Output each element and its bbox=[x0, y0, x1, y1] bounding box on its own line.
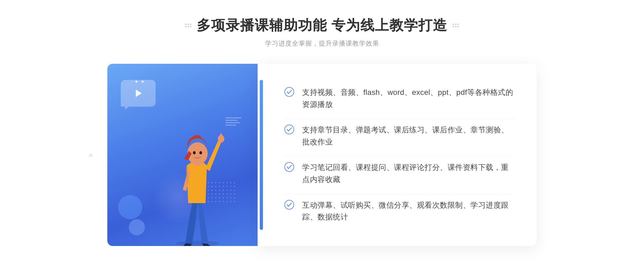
right-panel: 支持视频、音频、flash、word、excel、ppt、pdf等各种格式的资源… bbox=[258, 64, 537, 246]
svg-point-6 bbox=[285, 87, 294, 96]
svg-point-7 bbox=[285, 125, 294, 134]
feature-item-4: 互动弹幕、试听购买、微信分享、观看次数限制、学习进度跟踪、数据统计 bbox=[284, 194, 515, 229]
feature-item-3: 学习笔记回看、课程提问、课程评论打分、课件资料下载，重点内容收藏 bbox=[284, 156, 515, 191]
play-triangle-icon bbox=[136, 90, 142, 97]
deco-circle-large bbox=[118, 195, 142, 219]
svg-point-9 bbox=[285, 200, 294, 209]
header-section: 多项录播课辅助功能 专为线上教学打造 学习进度全掌握，提升录播课教学效果 bbox=[0, 16, 644, 48]
title-row: 多项录播课辅助功能 专为线上教学打造 bbox=[185, 16, 459, 35]
svg-point-4 bbox=[193, 151, 196, 154]
feature-text-1: 支持视频、音频、flash、word、excel、ppt、pdf等各种格式的资源… bbox=[302, 87, 515, 111]
left-dots-decoration bbox=[185, 24, 191, 27]
person-figure-svg bbox=[160, 112, 235, 246]
subtitle: 学习进度全掌握，提升录播课教学效果 bbox=[265, 39, 379, 48]
chevron-right-icon: » bbox=[89, 151, 93, 159]
svg-point-5 bbox=[199, 151, 202, 154]
feature-text-4: 互动弹幕、试听购买、微信分享、观看次数限制、学习进度跟踪、数据统计 bbox=[302, 199, 515, 223]
svg-point-8 bbox=[285, 162, 294, 171]
right-dots-decoration bbox=[453, 24, 459, 27]
feature-item-1: 支持视频、音频、flash、word、excel、ppt、pdf等各种格式的资源… bbox=[284, 81, 515, 116]
deco-circle-small bbox=[129, 219, 145, 235]
check-icon-1 bbox=[284, 87, 294, 97]
svg-point-0 bbox=[176, 241, 219, 246]
accent-strip bbox=[260, 80, 263, 230]
check-icon-4 bbox=[284, 200, 294, 210]
content-area: » ✦ ✦ bbox=[107, 64, 537, 246]
page-container: 多项录播课辅助功能 专为线上教学打造 学习进度全掌握，提升录播课教学效果 » ✦… bbox=[0, 0, 644, 261]
left-arrow-decoration: » bbox=[89, 151, 93, 159]
feature-item-2: 支持章节目录、弹题考试、课后练习、课后作业、章节测验、批改作业 bbox=[284, 118, 515, 154]
sparkle-decoration: ✦ ✦ bbox=[134, 79, 145, 85]
figure-illustration bbox=[160, 112, 235, 246]
main-title: 多项录播课辅助功能 专为线上教学打造 bbox=[197, 16, 447, 35]
feature-text-2: 支持章节目录、弹题考试、课后练习、课后作业、章节测验、批改作业 bbox=[302, 124, 515, 148]
feature-text-3: 学习笔记回看、课程提问、课程评论打分、课件资料下载，重点内容收藏 bbox=[302, 162, 515, 186]
check-icon-3 bbox=[284, 162, 294, 172]
check-icon-2 bbox=[284, 125, 294, 134]
illustration-panel: ✦ ✦ bbox=[107, 64, 258, 246]
